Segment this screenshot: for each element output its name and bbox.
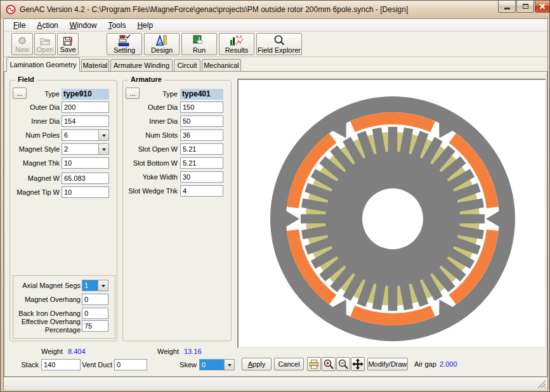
overhang-box: Axial Magnet Segs 1 Magnet Overhang 0 Ba… xyxy=(13,275,115,339)
save-button[interactable]: Save xyxy=(57,33,79,55)
pan-button[interactable] xyxy=(351,357,365,371)
tab-lamination-geometry[interactable]: Lamination Geometry xyxy=(6,57,80,72)
menu-action[interactable]: Action xyxy=(31,20,63,31)
save-label: Save xyxy=(60,46,75,53)
field-num-poles-dropdown-button[interactable] xyxy=(98,130,108,140)
menu-window[interactable]: Window xyxy=(64,20,103,31)
armature-weight-label: Weight xyxy=(157,348,179,355)
menu-bar: File Action Window Tools Help xyxy=(4,19,547,32)
field-magnet-style-value: 2 xyxy=(62,144,98,154)
effective-overhang-input[interactable]: 75 xyxy=(82,320,108,332)
air-gap-label: Air gap xyxy=(414,360,436,368)
field-explorer-icon xyxy=(273,34,285,47)
zoom-in-icon xyxy=(323,358,334,370)
new-button[interactable]: New xyxy=(11,33,33,55)
skew-dropdown-button[interactable] xyxy=(224,360,234,370)
armature-type-label: Type xyxy=(142,88,178,100)
armature-group-title: Armature xyxy=(128,75,164,83)
axial-magnet-segs-dropdown-button[interactable] xyxy=(98,280,108,291)
armature-outer-dia-input[interactable]: 150 xyxy=(180,101,223,113)
magnet-overhang-label: Magnet Overhang xyxy=(15,294,81,305)
axial-magnet-segs-label: Axial Magnet Segs xyxy=(15,280,81,291)
close-icon xyxy=(539,3,546,10)
main-toolbar: New Open Save xyxy=(4,32,547,57)
armature-outer-dia-label: Outer Dia xyxy=(123,101,178,113)
run-button[interactable]: Run xyxy=(181,33,217,55)
effective-overhang-label-line1: Effective Overhang xyxy=(15,318,81,326)
design-button[interactable]: Design xyxy=(144,33,180,55)
title-bar: GenAC Version 4.2 - C:\Program Files\Mag… xyxy=(1,1,550,18)
tab-strip: Lamination Geometry Material Armature Wi… xyxy=(4,57,547,71)
armature-slot-open-w-input[interactable]: 5.21 xyxy=(180,143,223,155)
field-magnet-tip-w-input[interactable]: 10 xyxy=(62,186,109,198)
menu-help[interactable]: Help xyxy=(131,20,159,31)
field-magnet-thk-label: Magnet Thk xyxy=(10,157,60,169)
resize-grip[interactable] xyxy=(537,380,546,389)
modify-draw-button[interactable]: Modify/Draw xyxy=(367,358,408,370)
armature-slot-wedge-thk-input[interactable]: 4 xyxy=(180,185,223,197)
axial-magnet-segs-select[interactable]: 1 xyxy=(82,280,108,291)
armature-type-value: type401 xyxy=(180,89,223,100)
motor-cross-section xyxy=(239,80,545,347)
field-magnet-w-label: Magnet W xyxy=(10,173,60,184)
app-window: GenAC Version 4.2 - C:\Program Files\Mag… xyxy=(0,0,550,392)
armature-weight-value: 13.16 xyxy=(184,348,202,355)
new-label: New xyxy=(15,46,29,53)
field-weight-value: 8.404 xyxy=(68,348,86,355)
field-explorer-button[interactable]: Field Explorer xyxy=(256,33,302,55)
menu-tools[interactable]: Tools xyxy=(102,20,131,31)
open-label: Open xyxy=(37,46,54,53)
armature-slot-open-w-label: Slot Open W xyxy=(123,143,178,155)
window-title: GenAC Version 4.2 - C:\Program Files\Mag… xyxy=(20,5,408,14)
skew-select[interactable]: 0 xyxy=(199,359,235,370)
armature-browse-button[interactable]: ... xyxy=(126,88,140,99)
field-magnet-style-dropdown-button[interactable] xyxy=(98,144,108,154)
armature-inner-dia-input[interactable]: 50 xyxy=(180,115,223,127)
lamination-geometry-page: Field ... Type type910 Outer Dia 200 Inn… xyxy=(4,71,547,377)
tab-armature-winding[interactable]: Armature Winding xyxy=(110,59,173,71)
field-num-poles-select[interactable]: 6 xyxy=(62,129,109,141)
armature-yoke-width-label: Yoke Width xyxy=(123,171,178,183)
tab-material[interactable]: Material xyxy=(81,59,109,71)
field-magnet-w-input[interactable]: 65.083 xyxy=(62,173,109,184)
zoom-in-button[interactable] xyxy=(322,357,336,371)
armature-slot-bottom-w-input[interactable]: 5.21 xyxy=(180,157,223,169)
open-button[interactable]: Open xyxy=(34,33,56,55)
field-magnet-thk-input[interactable]: 10 xyxy=(62,157,109,169)
status-bar xyxy=(4,377,547,390)
field-num-poles-label: Num Poles xyxy=(10,129,60,141)
design-label: Design xyxy=(151,47,173,54)
zoom-out-button[interactable] xyxy=(336,357,350,371)
field-outer-dia-input[interactable]: 200 xyxy=(62,101,109,113)
new-icon xyxy=(16,35,28,46)
close-button[interactable] xyxy=(535,1,550,13)
tab-mechanical[interactable]: Mechanical xyxy=(202,59,241,71)
app-logo-icon xyxy=(6,4,16,15)
tab-circuit[interactable]: Circuit xyxy=(174,59,200,71)
maximize-button[interactable] xyxy=(516,1,534,13)
print-button[interactable] xyxy=(307,357,321,371)
back-iron-overhang-input[interactable]: 0 xyxy=(82,308,108,319)
chevron-down-icon xyxy=(102,134,106,139)
vent-duct-input[interactable]: 0 xyxy=(114,359,147,370)
design-canvas[interactable] xyxy=(237,79,546,348)
cancel-button[interactable]: Cancel xyxy=(274,358,304,370)
setting-button[interactable]: Setting xyxy=(107,33,142,55)
run-icon xyxy=(192,34,206,47)
svg-text:X,Y: X,Y xyxy=(236,35,242,39)
field-browse-button[interactable]: ... xyxy=(13,88,27,99)
field-group: Field ... Type type910 Outer Dia 200 Inn… xyxy=(10,80,117,341)
armature-yoke-width-input[interactable]: 30 xyxy=(180,171,223,183)
field-inner-dia-input[interactable]: 154 xyxy=(62,115,109,127)
field-magnet-style-select[interactable]: 2 xyxy=(62,143,109,155)
menu-file[interactable]: File xyxy=(8,20,31,31)
minimize-button[interactable] xyxy=(498,1,516,13)
apply-button[interactable]: Apply xyxy=(242,358,272,370)
results-button[interactable]: X,Y Results xyxy=(219,33,254,55)
armature-inner-dia-label: Inner Dia xyxy=(123,115,178,127)
field-num-poles-value: 6 xyxy=(62,130,98,140)
field-explorer-label: Field Explorer xyxy=(258,47,301,54)
field-outer-dia-label: Outer Dia xyxy=(10,101,60,113)
magnet-overhang-input[interactable]: 0 xyxy=(82,294,108,305)
armature-num-slots-input[interactable]: 36 xyxy=(180,129,223,141)
